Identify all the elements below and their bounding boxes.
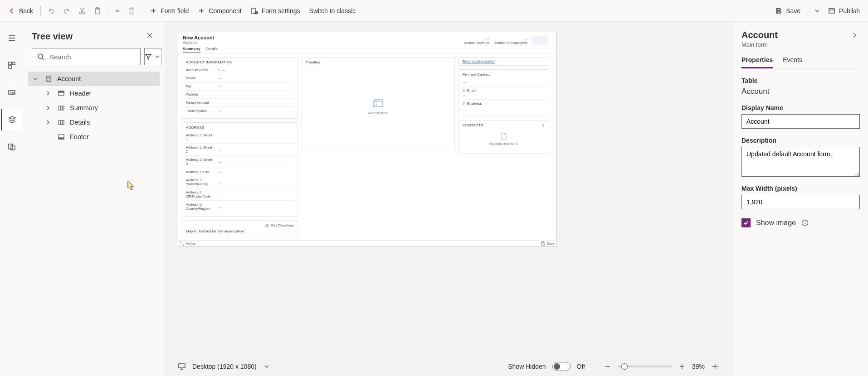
tree-item-summary[interactable]: Summary [28,101,160,115]
prop-tab-properties[interactable]: Properties [741,56,773,68]
rail-fields[interactable]: Abc [1,82,23,103]
form-tab-summary[interactable]: Summary [183,47,200,53]
prop-showimage-checkbox[interactable] [741,218,751,227]
cut-button[interactable] [74,4,90,18]
error-link[interactable]: Error loading control [463,59,495,63]
footer-save: Save [547,241,555,246]
prop-collapse[interactable] [849,30,860,43]
add-form-field-button[interactable]: Form field [145,5,193,17]
field-row[interactable]: Address 1: State/Province--- [186,176,294,188]
left-rail: Abc [0,22,24,376]
chevron-down-icon[interactable] [263,363,270,370]
tree-search-input[interactable] [49,53,136,61]
fit-icon[interactable] [711,362,719,371]
tree-item-header[interactable]: Header [28,86,160,101]
svg-text:Abc: Abc [10,91,16,94]
field-label: Address 1: ZIP/Postal Code [186,190,215,198]
section-title: CONTACTS [463,123,483,129]
footer-icon [58,133,65,140]
tree-item-footer[interactable]: Footer [28,130,160,144]
cut-icon [78,7,86,15]
save-button[interactable]: Save [770,5,805,17]
publish-button[interactable]: Publish [824,5,864,17]
rail-components[interactable] [1,54,23,76]
rail-form-libraries[interactable] [1,136,23,158]
zoom-slider[interactable] [618,366,672,367]
save-label: Save [786,7,800,14]
section-contacts[interactable]: CONTACTS⋮ No data available. [458,120,549,154]
form-settings-button[interactable]: Form settings [246,5,305,17]
tree-filter-button[interactable] [144,48,161,65]
tab-icon [58,104,65,111]
properties-panel: Account Main form Properties Events Tabl… [733,22,868,376]
target-icon [265,224,269,227]
delete-button[interactable] [124,4,139,18]
section-address[interactable]: ADDRESS Address 1: Street 1---Address 1:… [182,122,298,217]
form-field-label: Form field [161,7,189,14]
field-row[interactable]: Address 1: Street 2--- [186,144,294,156]
field-value: --- [218,84,221,88]
prop-tab-events[interactable]: Events [783,56,802,68]
prop-maxwidth-input[interactable] [741,195,860,209]
prop-description-input[interactable] [741,147,860,177]
zoom-in-icon[interactable] [678,363,686,370]
rail-hamburger[interactable] [1,27,23,49]
field-row[interactable]: Parent Account--- [186,99,294,107]
field-label: Fax [186,84,215,88]
info-icon[interactable] [801,219,809,227]
prop-table-value: Account [741,87,860,96]
field-icon: Abc [8,88,16,96]
section-timeline[interactable]: Timeline Almost there [302,57,455,151]
rail-tree-view[interactable] [1,109,23,130]
add-component-button[interactable]: Component [193,5,246,17]
save-dropdown[interactable] [811,5,824,17]
section-map[interactable]: Get Directions Map is disabled for this … [182,220,298,237]
form-icon [45,75,52,82]
chevron-down-icon [814,7,821,14]
footer-status: Active [186,241,195,246]
redo-icon [63,7,71,15]
prop-description-label: Description [741,137,860,144]
tree-item-label: Account [57,75,81,82]
form-tab-details[interactable]: Details [206,47,218,53]
field-row[interactable]: Phone--- [186,74,294,82]
header-image-placeholder [532,36,548,45]
separator [40,5,41,16]
tree-view-close[interactable] [143,29,156,43]
field-row[interactable]: Ticker Symbol--- [186,107,294,115]
prop-maxwidth-label: Max Width (pixels) [741,185,860,192]
paste-dropdown[interactable] [111,5,124,17]
hamburger-icon [8,34,16,42]
field-row[interactable]: Address 1: City--- [186,168,294,176]
component-label: Component [209,7,241,14]
tree-item-account[interactable]: Account [28,72,160,86]
section-primary-contact[interactable]: Primary Contact --- Email --- Business -… [458,69,549,116]
undo-button[interactable] [44,4,59,18]
section-error[interactable]: Error loading control [458,57,549,66]
tree-search-box[interactable] [32,48,141,65]
paste-button[interactable] [90,4,105,18]
field-row[interactable]: Address 1: ZIP/Postal Code--- [186,188,294,201]
redo-button[interactable] [59,4,74,18]
zoom-out-icon[interactable] [604,363,611,370]
section-account-information[interactable]: ACCOUNT INFORMATION Account Name*---Phon… [182,57,298,119]
field-row[interactable]: Fax--- [186,82,294,91]
prop-displayname-input[interactable] [741,114,860,129]
tree-item-details[interactable]: Details [28,115,160,130]
form-preview[interactable]: New Account Account --- Annual Revenue -… [178,32,557,247]
filter-icon [145,53,152,60]
field-value: --- [218,193,221,197]
show-hidden-toggle[interactable] [552,362,571,371]
field-row[interactable]: Address 1: Street 3--- [186,156,294,168]
field-row[interactable]: Address 1: Country/Region--- [186,201,294,212]
form-header: New Account Account --- Annual Revenue -… [178,32,556,45]
switch-classic-button[interactable]: Switch to classic [305,5,361,17]
field-row[interactable]: Account Name*--- [186,66,294,74]
tree-icon [8,116,16,124]
field-row[interactable]: Address 1: Street 1--- [186,131,294,144]
svg-rect-17 [59,91,64,92]
field-row[interactable]: Website--- [186,91,294,99]
back-button[interactable]: Back [4,5,38,17]
svg-rect-20 [63,106,64,110]
field-label: Address 1: Street 1 [186,133,215,141]
